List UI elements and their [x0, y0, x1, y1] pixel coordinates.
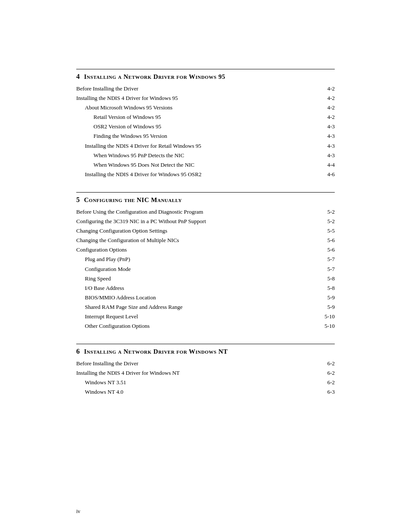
toc-entry: I/O Base Address5-8 — [76, 283, 335, 293]
toc-entry-text: Installing the NDIS 4 Driver for Windows… — [85, 170, 202, 179]
toc-entry: Shared RAM Page Size and Address Range5-… — [76, 302, 335, 312]
toc-entry-text: Retail Version of Windows 95 — [93, 112, 161, 122]
toc-entry-text: Changing the Configuration of Multiple N… — [76, 236, 179, 245]
section-header-6: 6Installing a Network Driver for Windows… — [76, 344, 335, 355]
toc-entry-page: 6-2 — [327, 359, 335, 368]
toc-entry-text: Ring Speed — [85, 274, 111, 283]
toc-entry-page: 5-8 — [327, 274, 335, 283]
toc-entry: Other Configuration Options5-10 — [76, 321, 335, 331]
section-6: 6Installing a Network Driver for Windows… — [76, 344, 335, 397]
toc-entry-page: 4-3 — [327, 122, 335, 131]
toc-entry-text: Windows NT 3.51 — [85, 378, 126, 387]
toc-entry-page: 5-9 — [327, 293, 335, 302]
toc-entry-page: 5-2 — [327, 217, 335, 226]
toc-entry-text: Plug and Play (PnP) — [85, 255, 130, 264]
toc-entry-page: 4-4 — [327, 160, 335, 170]
toc-entry-text: OSR2 Version of Windows 95 — [93, 122, 161, 131]
toc-entry-page: 5-8 — [327, 283, 335, 293]
toc-entry: Interrupt Request Level5-10 — [76, 312, 335, 321]
page-number: iv — [76, 508, 80, 514]
toc-entry-text: Installing the NDIS 4 Driver for Windows… — [76, 93, 178, 103]
toc-entry-page: 4-2 — [327, 93, 335, 103]
toc-entry: Installing the NDIS 4 Driver for Windows… — [76, 368, 335, 378]
toc-entry-page: 6-2 — [327, 368, 335, 378]
toc-entry-text: Before Installing the Driver — [76, 84, 138, 93]
toc-entry: When Windows 95 PnP Detects the NIC4-3 — [76, 151, 335, 160]
toc-entry-text: Interrupt Request Level — [85, 312, 138, 321]
toc-entry: Installing the NDIS 4 Driver for Windows… — [76, 93, 335, 103]
toc-entry-text: Shared RAM Page Size and Address Range — [85, 302, 183, 312]
toc-entry: Plug and Play (PnP)5-7 — [76, 255, 335, 264]
toc-entry: Retail Version of Windows 954-2 — [76, 112, 335, 122]
toc-entry: Before Using the Configuration and Diagn… — [76, 207, 335, 217]
section-title-5: Configuring the NIC Manually — [84, 196, 182, 204]
section-number-4: 4 — [76, 73, 80, 81]
toc-entry-page: 4-6 — [327, 170, 335, 179]
toc-entry-page: 5-7 — [327, 255, 335, 264]
toc-entry: BIOS/MMIO Address Location5-9 — [76, 293, 335, 302]
section-header-5: 5Configuring the NIC Manually — [76, 192, 335, 204]
toc-entry-page: 5-5 — [327, 226, 335, 236]
toc-entry: OSR2 Version of Windows 954-3 — [76, 122, 335, 131]
toc-entry-text: Configuring the 3C319 NIC in a PC Withou… — [76, 217, 206, 226]
section-number-5: 5 — [76, 196, 80, 204]
toc-entry: About Microsoft Windows 95 Versions4-2 — [76, 103, 335, 112]
section-title-6: Installing a Network Driver for Windows … — [84, 348, 228, 355]
toc-entry: Configuration Options5-6 — [76, 245, 335, 255]
toc-entry: Finding the Windows 95 Version4-3 — [76, 131, 335, 141]
toc-entry-text: Configuration Options — [76, 245, 127, 255]
toc-entry-text: When Windows 95 PnP Detects the NIC — [93, 151, 184, 160]
toc-entry-page: 4-3 — [327, 131, 335, 141]
toc-entry-page: 4-2 — [327, 112, 335, 122]
toc-entry-text: Configuration Mode — [85, 264, 131, 274]
toc-entry-page: 4-2 — [327, 103, 335, 112]
toc-entry-page: 4-3 — [327, 141, 335, 151]
section-number-6: 6 — [76, 348, 80, 355]
toc-entry: Before Installing the Driver6-2 — [76, 359, 335, 368]
section-header-4: 4Installing a Network Driver for Windows… — [76, 69, 335, 81]
toc-entry: Before Installing the Driver4-2 — [76, 84, 335, 93]
toc-entry-page: 5-9 — [327, 302, 335, 312]
toc-entry: Windows NT 3.516-2 — [76, 378, 335, 387]
toc-entry: Ring Speed5-8 — [76, 274, 335, 283]
toc-entry: Installing the NDIS 4 Driver for Retail … — [76, 141, 335, 151]
section-5: 5Configuring the NIC ManuallyBefore Usin… — [76, 192, 335, 331]
toc-entry: Configuring the 3C319 NIC in a PC Withou… — [76, 217, 335, 226]
toc-entry-page: 5-10 — [324, 312, 335, 321]
toc-entry-text: Before Installing the Driver — [76, 359, 138, 368]
toc-entry-text: Other Configuration Options — [85, 321, 149, 331]
toc-entry: Configuration Mode5-7 — [76, 264, 335, 274]
toc-entries-5: Before Using the Configuration and Diagn… — [76, 207, 335, 331]
toc-entry: Changing the Configuration of Multiple N… — [76, 236, 335, 245]
toc-entry-page: 5-2 — [327, 207, 335, 217]
section-title-4: Installing a Network Driver for Windows … — [84, 73, 225, 81]
toc-entry-text: Installing the NDIS 4 Driver for Windows… — [76, 368, 180, 378]
toc-entry-page: 5-10 — [324, 321, 335, 331]
toc-entry-page: 4-2 — [327, 84, 335, 93]
toc-entry: Changing Configuration Option Settings5-… — [76, 226, 335, 236]
toc-entries-6: Before Installing the Driver6-2Installin… — [76, 359, 335, 397]
toc-entry-page: 4-3 — [327, 151, 335, 160]
toc-entry-page: 6-2 — [327, 378, 335, 387]
toc-entry-page: 5-6 — [327, 236, 335, 245]
footer: iv — [76, 508, 80, 515]
toc-entry-text: BIOS/MMIO Address Location — [85, 293, 156, 302]
toc-entry-text: Installing the NDIS 4 Driver for Retail … — [85, 141, 201, 151]
toc-entry-text: I/O Base Address — [85, 283, 124, 293]
toc-entry-text: Before Using the Configuration and Diagn… — [76, 207, 203, 217]
toc-entry-page: 5-6 — [327, 245, 335, 255]
toc-entry-text: About Microsoft Windows 95 Versions — [85, 103, 172, 112]
toc-entry: Installing the NDIS 4 Driver for Windows… — [76, 170, 335, 179]
toc-entry-text: Changing Configuration Option Settings — [76, 226, 167, 236]
toc-entry-page: 6-3 — [327, 387, 335, 397]
page-container: 4Installing a Network Driver for Windows… — [76, 0, 335, 532]
toc-entry-page: 5-7 — [327, 264, 335, 274]
toc-entry-text: When Windows 95 Does Not Detect the NIC — [93, 160, 194, 170]
toc-entry: Windows NT 4.06-3 — [76, 387, 335, 397]
section-4: 4Installing a Network Driver for Windows… — [76, 69, 335, 179]
toc-entries-4: Before Installing the Driver4-2Installin… — [76, 84, 335, 179]
toc-entry: When Windows 95 Does Not Detect the NIC4… — [76, 160, 335, 170]
toc-entry-text: Finding the Windows 95 Version — [93, 131, 167, 141]
toc-entry-text: Windows NT 4.0 — [85, 387, 123, 397]
